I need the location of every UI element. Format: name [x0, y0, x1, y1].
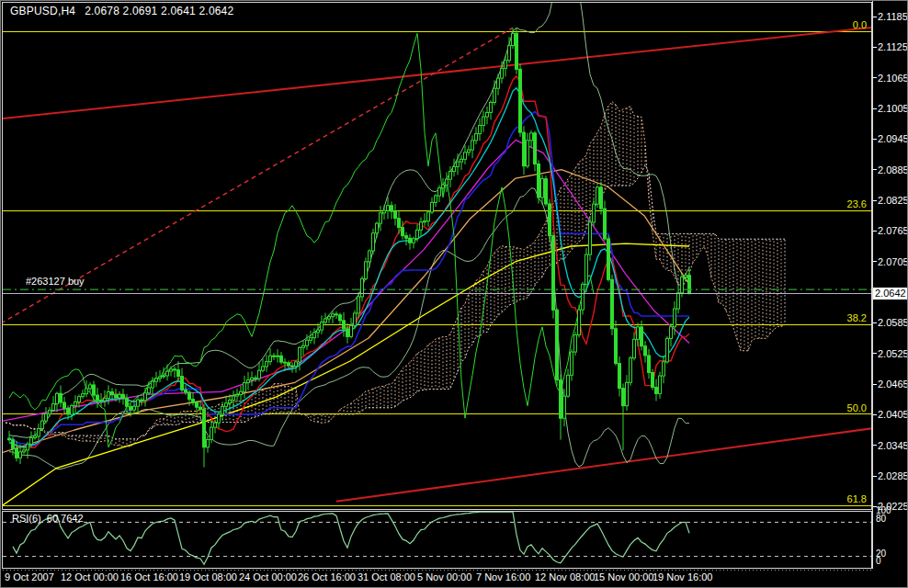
time-axis-label: 12 Oct 00:00	[61, 571, 119, 582]
fib-level-label: 50.0	[847, 402, 867, 413]
rsi-axis-label: 0	[876, 557, 881, 566]
time-axis-label: 9 Oct 2007	[5, 571, 54, 582]
price-axis-label: 2.1005	[878, 103, 908, 114]
time-axis-label: 5 Nov 00:00	[417, 571, 471, 582]
price-axis-label: 2.0585	[878, 317, 908, 328]
price-axis-label: 2.1185	[878, 11, 908, 22]
price-axis-label: 2.0885	[878, 164, 908, 175]
symbol-timeframe-label: GBPUSD,H4	[10, 5, 75, 17]
time-axis-label: 31 Oct 08:00	[358, 571, 415, 582]
rsi-name: RSI(6)	[12, 513, 41, 524]
price-axis-label: 2.0825	[878, 195, 908, 206]
rsi-value: 60.7642	[47, 513, 84, 524]
price-axis-label: 2.0945	[878, 133, 908, 144]
fib-level-label: 61.8	[847, 493, 867, 504]
order-line-label: #263127 buy	[26, 276, 85, 287]
price-axis-label: 2.1065	[878, 73, 908, 84]
time-axis-label: 16 Oct 16:00	[120, 571, 178, 582]
price-axis-label: 2.0465	[878, 379, 908, 390]
rsi-axis-label: 80	[876, 514, 886, 524]
time-axis-label: 15 Nov 00:00	[594, 571, 653, 582]
time-axis-label: 19 Nov 16:00	[653, 571, 712, 582]
price-chart-canvas[interactable]	[1, 1, 908, 588]
price-axis-label: 2.0285	[878, 470, 908, 481]
price-axis-label: 2.0705	[878, 256, 908, 267]
price-axis-label: 2.0525	[878, 348, 908, 359]
time-axis-label: 7 Nov 16:00	[476, 571, 530, 582]
price-axis-label: 2.0345	[878, 440, 908, 451]
chart-title: GBPUSD,H42.0678 2.0691 2.0641 2.0642	[10, 6, 233, 17]
fib-level-label: 23.6	[847, 198, 867, 209]
rsi-indicator-label: RSI(6)60.7642	[12, 513, 84, 524]
time-axis-label: 26 Oct 16:00	[298, 571, 356, 582]
fib-level-label: 38.2	[847, 312, 867, 323]
current-price-box: 2.0642	[873, 288, 908, 300]
price-axis-label: 2.0405	[878, 409, 908, 420]
time-axis-label: 12 Nov 08:00	[535, 571, 595, 582]
time-axis-label: 24 Oct 00:00	[239, 571, 297, 582]
time-axis-label: 19 Oct 08:00	[179, 571, 237, 582]
price-axis-label: 2.1125	[878, 41, 908, 52]
price-axis-label: 2.0765	[878, 225, 908, 236]
fib-level-label: 0.0	[853, 19, 867, 30]
mt4-chart-window: GBPUSD,H42.0678 2.0691 2.0641 2.0642 #26…	[0, 0, 908, 588]
ohlc-readout: 2.0678 2.0691 2.0641 2.0642	[85, 5, 233, 17]
